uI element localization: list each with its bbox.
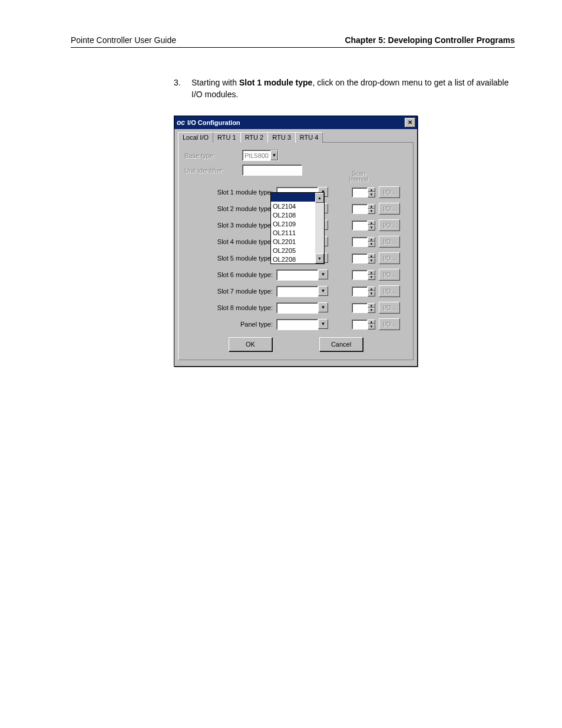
panel-scan[interactable]: ▲▼ (352, 319, 375, 330)
slot-1-io-button[interactable]: I/O... (379, 186, 400, 198)
slot-8-combo[interactable]: ▼ (276, 302, 328, 314)
slot-8-scan[interactable]: ▲▼ (352, 303, 375, 313)
slot-1-scan[interactable]: ▲▼ (352, 187, 375, 197)
slot-7-scan[interactable]: ▲▼ (352, 286, 375, 297)
step-3: 3. Starting with Slot 1 module type, cli… (174, 77, 515, 100)
slot-2-scan[interactable]: ▲▼ (352, 204, 375, 214)
slot-8-io-button[interactable]: I/O... (379, 302, 400, 314)
step-number: 3. (174, 77, 184, 100)
slot-7-combo[interactable]: ▼ (276, 286, 328, 297)
scroll-down-icon[interactable]: ▼ (315, 253, 324, 263)
header-right: Chapter 5: Developing Controller Program… (345, 35, 515, 45)
chevron-down-icon[interactable]: ▼ (318, 302, 328, 312)
slot-3-io-button[interactable]: I/O... (379, 219, 400, 231)
chevron-down-icon[interactable]: ▼ (270, 150, 278, 160)
slot-1-label: Slot 1 module type: (184, 189, 276, 196)
module-dropdown-list[interactable]: OL2104 OL2108 OL2109 OL2111 OL2201 OL220… (270, 192, 325, 264)
close-icon[interactable]: ✕ (405, 118, 415, 127)
slot-5-label: Slot 5 module type: (184, 255, 276, 262)
chevron-down-icon[interactable]: ▼ (318, 286, 328, 296)
dialog-title: I/O Configuration (187, 119, 240, 126)
slot-row-8: Slot 8 module type: ▼ ▲▼ I/O... (184, 302, 407, 314)
base-type-label: Base type: (184, 152, 239, 159)
tab-strip: Local I/O RTU 1 RTU 2 RTU 3 RTU 4 (178, 131, 414, 143)
slot-5-scan[interactable]: ▲▼ (352, 253, 375, 263)
dialog-titlebar: oc I/O Configuration ✕ (174, 116, 417, 129)
tab-rtu-1[interactable]: RTU 1 (213, 132, 241, 143)
tab-rtu-4[interactable]: RTU 4 (295, 132, 323, 143)
app-icon: oc (177, 118, 185, 127)
panel-type-combo[interactable]: ▼ (276, 319, 328, 330)
scroll-up-icon[interactable]: ▲ (315, 193, 324, 203)
tab-rtu-3[interactable]: RTU 3 (267, 132, 296, 143)
unit-id-label: Unit identifier: (184, 167, 239, 174)
step-text: Starting with Slot 1 module type, click … (191, 77, 515, 100)
slot-4-scan[interactable]: ▲▼ (352, 237, 375, 247)
slot-4-label: Slot 4 module type: (184, 238, 276, 245)
chevron-down-icon[interactable]: ▼ (318, 319, 328, 329)
slot-7-label: Slot 7 module type: (184, 288, 276, 295)
header-left: Pointe Controller User Guide (71, 35, 176, 45)
unit-id-field[interactable] (242, 164, 302, 176)
slot-3-label: Slot 3 module type: (184, 222, 276, 229)
slot-3-scan[interactable]: ▲▼ (352, 220, 375, 230)
tab-panel: Base type: PtL5800 ▼ Unit identifier: Sc… (178, 143, 414, 360)
panel-row: Panel type: ▼ ▲▼ I/O... (184, 318, 407, 330)
slot-6-combo[interactable]: ▼ (276, 269, 328, 281)
ok-button[interactable]: OK (229, 337, 272, 351)
slot-6-label: Slot 6 module type: (184, 271, 276, 278)
slot-2-io-button[interactable]: I/O... (379, 203, 400, 215)
tab-rtu-2[interactable]: RTU 2 (240, 132, 269, 143)
panel-type-label: Panel type: (184, 321, 276, 328)
cancel-button[interactable]: Cancel (319, 337, 363, 351)
slot-5-io-button[interactable]: I/O... (379, 252, 400, 264)
io-config-dialog: oc I/O Configuration ✕ Local I/O RTU 1 R… (174, 116, 418, 367)
slot-6-io-button[interactable]: I/O... (379, 269, 400, 281)
slot-6-scan[interactable]: ▲▼ (352, 270, 375, 280)
panel-io-button[interactable]: I/O... (379, 318, 400, 330)
slot-row-6: Slot 6 module type: ▼ ▲▼ I/O... (184, 269, 407, 281)
base-type-combo[interactable]: PtL5800 ▼ (242, 150, 279, 161)
slot-4-io-button[interactable]: I/O... (379, 236, 400, 248)
scan-interval-header: Scan Interval (349, 171, 368, 183)
slot-8-label: Slot 8 module type: (184, 304, 276, 311)
slot-2-label: Slot 2 module type: (184, 205, 276, 212)
page-header: Pointe Controller User Guide Chapter 5: … (71, 35, 515, 48)
slot-row-7: Slot 7 module type: ▼ ▲▼ I/O... (184, 285, 407, 297)
chevron-down-icon[interactable]: ▼ (318, 269, 328, 279)
slot-7-io-button[interactable]: I/O... (379, 285, 400, 297)
dropdown-scrollbar[interactable]: ▲ ▼ (315, 193, 324, 263)
tab-local-io[interactable]: Local I/O (178, 132, 213, 143)
